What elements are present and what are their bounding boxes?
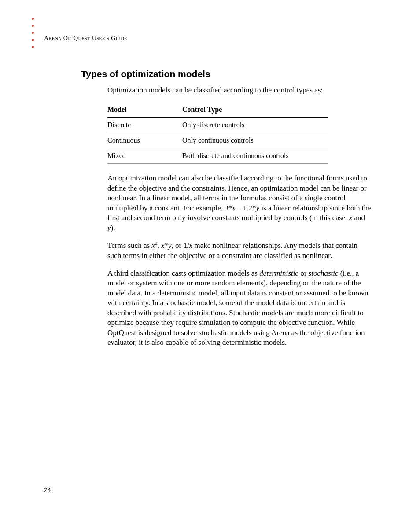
text: (i.e., a model or system with one or mor… bbox=[107, 269, 368, 346]
text: ). bbox=[111, 224, 115, 232]
cell-control: Both discrete and continuous controls bbox=[182, 148, 328, 164]
document-page: Arena OptQuest User's Guide Types of opt… bbox=[0, 0, 420, 512]
running-head: Arena OptQuest User's Guide bbox=[44, 35, 127, 42]
var-y: y bbox=[256, 204, 260, 212]
dot-icon bbox=[32, 18, 34, 20]
table-header-model: Model bbox=[107, 103, 182, 118]
model-type-table: Model Control Type Discrete Only discret… bbox=[107, 103, 328, 164]
text: * bbox=[164, 241, 168, 250]
table-header-control: Control Type bbox=[182, 103, 328, 118]
dot-icon bbox=[32, 39, 34, 41]
text: – 1.2* bbox=[236, 204, 256, 212]
cell-control: Only discrete controls bbox=[182, 118, 328, 133]
page-number: 24 bbox=[44, 486, 51, 494]
table-row: Discrete Only discrete controls bbox=[107, 118, 328, 133]
text: , or 1/ bbox=[171, 241, 189, 250]
text: or bbox=[298, 269, 309, 277]
paragraph-nonlinear: Terms such as x2, x*y, or 1/x make nonli… bbox=[107, 241, 372, 261]
var-x: x bbox=[151, 241, 155, 250]
table-row: Continuous Only continuous controls bbox=[107, 133, 328, 148]
dot-icon bbox=[32, 46, 34, 48]
cell-control: Only continuous controls bbox=[182, 133, 328, 148]
term-deterministic: deterministic bbox=[259, 269, 298, 277]
dot-icon bbox=[32, 32, 34, 34]
cell-model: Continuous bbox=[107, 133, 182, 148]
text: A third classification casts optimizatio… bbox=[107, 269, 259, 277]
term-stochastic: stochastic bbox=[309, 269, 339, 277]
text: Terms such as bbox=[107, 241, 151, 250]
paragraph-linear: An optimization model can also be classi… bbox=[107, 173, 372, 233]
cell-model: Discrete bbox=[107, 118, 182, 133]
cell-model: Mixed bbox=[107, 148, 182, 164]
running-head-text: Arena OptQuest User's Guide bbox=[44, 35, 127, 41]
table-row: Mixed Both discrete and continuous contr… bbox=[107, 148, 328, 164]
text: , bbox=[157, 241, 161, 250]
section-heading: Types of optimization models bbox=[81, 69, 372, 79]
paragraph-stochastic: A third classification casts optimizatio… bbox=[107, 269, 372, 348]
intro-paragraph: Optimization models can be classified ac… bbox=[107, 85, 372, 95]
text: and bbox=[352, 214, 365, 222]
content-area: Types of optimization models Optimizatio… bbox=[81, 69, 372, 355]
var-x: x bbox=[232, 204, 236, 212]
table-header-row: Model Control Type bbox=[107, 103, 328, 118]
dot-icon bbox=[32, 25, 34, 27]
margin-dots bbox=[32, 18, 34, 48]
var-y: y bbox=[107, 224, 111, 232]
